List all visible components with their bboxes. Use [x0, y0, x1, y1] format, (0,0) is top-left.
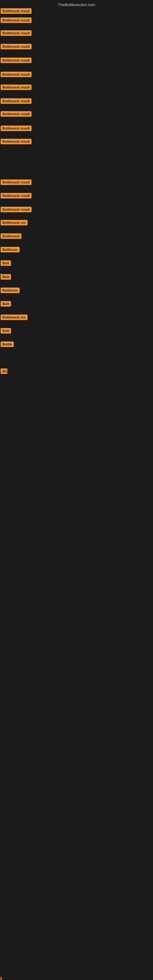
cursor-line-1: [1, 977, 2, 980]
bottleneck-badge-0: Bottleneck result: [1, 8, 32, 14]
bottleneck-badge-9: Bottleneck result: [1, 126, 32, 131]
bottleneck-badge-7: Bottleneck result: [1, 98, 32, 104]
bottleneck-badge-14: Bottleneck res: [1, 220, 27, 225]
cursor-line-0: [1, 274, 2, 279]
bottleneck-badge-12: Bottleneck result: [1, 193, 32, 199]
bottleneck-badge-18: Bott: [1, 274, 11, 280]
bottleneck-badge-22: Bott: [1, 328, 11, 334]
bottleneck-badge-24: Bo: [1, 368, 7, 374]
site-title: TheBottlenecker.com: [58, 2, 95, 7]
bottleneck-badge-21: Bottleneck res: [1, 315, 27, 320]
bottleneck-badge-3: Bottleneck result: [1, 44, 32, 49]
bottleneck-badge-11: Bottleneck result: [1, 180, 32, 185]
bottleneck-badge-1: Bottleneck result: [1, 18, 32, 23]
bottleneck-badge-4: Bottleneck result: [1, 57, 32, 63]
bottleneck-badge-13: Bottleneck result: [1, 207, 32, 212]
bottleneck-badge-15: Bottleneck: [1, 233, 21, 239]
bottleneck-badge-10: Bottleneck result: [1, 139, 32, 144]
bottleneck-badge-16: Bottlenec: [1, 247, 19, 252]
bottleneck-badge-8: Bottleneck result: [1, 111, 32, 117]
bottleneck-badge-17: Bott: [1, 260, 11, 266]
bottleneck-badge-5: Bottleneck result: [1, 72, 32, 77]
bottleneck-badge-23: Bottle: [1, 342, 14, 347]
bottleneck-badge-2: Bottleneck result: [1, 30, 32, 36]
bottleneck-badge-19: Bottlenec: [1, 288, 19, 293]
bottleneck-badge-20: Bott: [1, 301, 11, 307]
bottleneck-badge-6: Bottleneck result: [1, 84, 32, 90]
